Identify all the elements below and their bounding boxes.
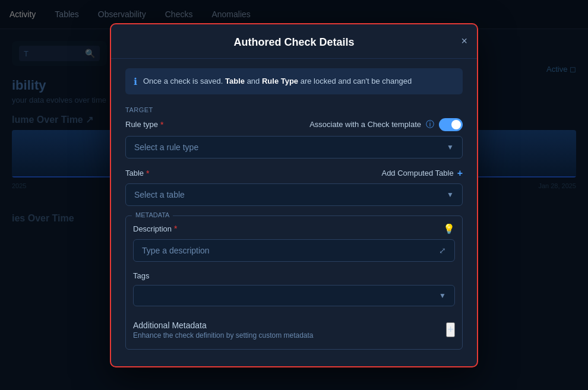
modal-header: Authored Check Details × bbox=[111, 24, 477, 59]
additional-metadata-title: Additional Metadata bbox=[133, 321, 314, 330]
table-placeholder: Select a table bbox=[134, 190, 185, 199]
tags-select[interactable]: ▼ bbox=[133, 285, 455, 306]
table-label: Table * bbox=[125, 169, 150, 178]
table-required: * bbox=[146, 169, 149, 178]
tags-field-group: Tags ▼ bbox=[133, 271, 455, 306]
additional-metadata-text: Additional Metadata Enhance the check de… bbox=[133, 321, 314, 340]
expand-icon: ⤢ bbox=[439, 246, 446, 255]
table-field-row: Table * Add Computed Table + bbox=[125, 168, 463, 179]
metadata-section: Metadata Description * 💡 Type a descript… bbox=[125, 215, 463, 350]
info-banner: ℹ Once a check is saved. Table and Rule … bbox=[125, 68, 463, 94]
rule-type-placeholder: Select a rule type bbox=[134, 142, 198, 152]
tags-field-row: Tags bbox=[133, 271, 455, 280]
description-placeholder: Type a description bbox=[142, 246, 210, 255]
rule-type-select[interactable]: Select a rule type ▼ bbox=[125, 136, 463, 158]
rule-type-field-row: Rule type * Associate with a Check templ… bbox=[125, 118, 463, 131]
modal-body: Target Rule type * Associate with a Chec… bbox=[111, 104, 477, 367]
modal: Authored Check Details × ℹ Once a check … bbox=[110, 23, 478, 367]
rule-type-required: * bbox=[160, 120, 163, 129]
info-icon: ℹ bbox=[134, 76, 137, 87]
info-banner-text: Once a check is saved. Table and Rule Ty… bbox=[143, 75, 412, 87]
additional-metadata-add-button[interactable]: + bbox=[446, 322, 455, 337]
description-label-row: Description * 💡 bbox=[133, 223, 455, 234]
description-label: Description * bbox=[133, 224, 177, 233]
associate-toggle-container: Associate with a Check template ⓘ bbox=[309, 118, 463, 131]
associate-label: Associate with a Check template bbox=[309, 120, 421, 129]
table-chevron-icon: ▼ bbox=[447, 191, 454, 199]
modal-close-button[interactable]: × bbox=[461, 36, 467, 46]
additional-metadata-section: Additional Metadata Enhance the check de… bbox=[133, 316, 455, 342]
description-required: * bbox=[174, 224, 177, 233]
add-computed-table-plus-icon: + bbox=[457, 168, 463, 179]
modal-overlay: Authored Check Details × ℹ Once a check … bbox=[0, 0, 588, 390]
tags-chevron-icon: ▼ bbox=[439, 291, 446, 300]
description-field-group: Description * 💡 Type a description ⤢ bbox=[133, 223, 455, 262]
rule-type-chevron-icon: ▼ bbox=[447, 143, 454, 151]
additional-metadata-subtitle: Enhance the check definition by setting … bbox=[133, 331, 314, 340]
rule-type-field-group: Rule type * Associate with a Check templ… bbox=[125, 118, 463, 158]
description-input[interactable]: Type a description ⤢ bbox=[133, 239, 455, 262]
add-computed-table-label: Add Computed Table bbox=[381, 169, 453, 177]
associate-info-icon: ⓘ bbox=[426, 119, 434, 130]
target-section-label: Target bbox=[125, 106, 463, 113]
metadata-section-label: Metadata bbox=[132, 211, 173, 218]
bulb-icon: 💡 bbox=[443, 223, 455, 234]
tags-label: Tags bbox=[133, 271, 149, 280]
add-computed-table-action[interactable]: Add Computed Table + bbox=[381, 168, 463, 179]
modal-title: Authored Check Details bbox=[233, 36, 354, 49]
rule-type-label: Rule type * bbox=[125, 120, 163, 129]
table-field-group: Table * Add Computed Table + Select a ta… bbox=[125, 168, 463, 206]
table-select[interactable]: Select a table ▼ bbox=[125, 183, 463, 206]
associate-toggle[interactable] bbox=[439, 118, 463, 131]
